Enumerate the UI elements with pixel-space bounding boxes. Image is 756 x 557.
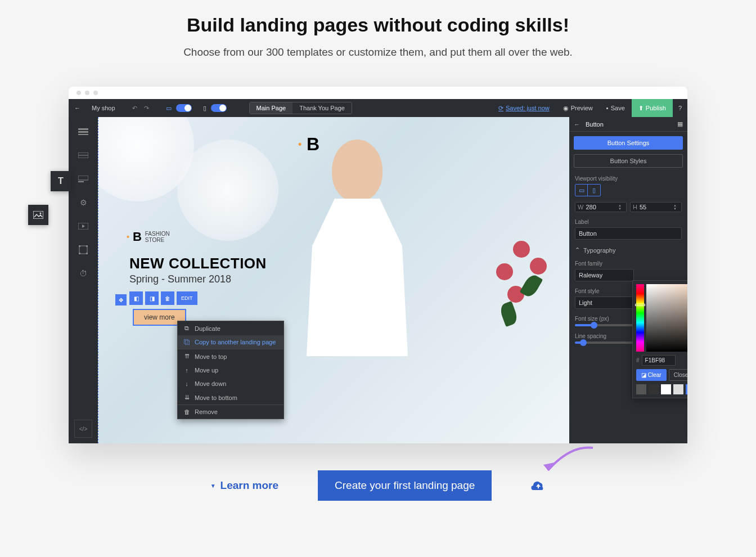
back-button[interactable]: ←: [69, 105, 86, 111]
svg-rect-3: [78, 131, 88, 133]
text-tool-icon[interactable]: T: [51, 171, 71, 191]
color-swatch[interactable]: [673, 384, 683, 394]
preview-button[interactable]: ◉ Preview: [556, 99, 600, 117]
saved-status[interactable]: ⟳ Saved: just now: [492, 105, 556, 112]
section-icon[interactable]: [74, 123, 92, 141]
saturation-area[interactable]: [646, 284, 687, 352]
hero-section: Build landing pages without coding skill…: [0, 0, 756, 70]
video-icon[interactable]: [74, 217, 92, 235]
tab-main-page[interactable]: Main Page: [250, 102, 293, 114]
editor-topbar: ← My shop ↶ ↷ ▭ ▯ Main Page Thank You Pa…: [69, 99, 687, 117]
clear-icon: ◪: [641, 372, 646, 378]
ctx-duplicate[interactable]: ⧉Duplicate: [178, 321, 284, 335]
svg-rect-0: [33, 211, 43, 219]
device-toggles: ▭ ▯: [166, 104, 227, 112]
width-field[interactable]: W ▲▼: [575, 202, 627, 212]
hero-subtitle: Choose from our 300 templates or customi…: [0, 46, 756, 59]
left-toolbar: ⚙ ⏱ </>: [69, 117, 98, 443]
ctx-move-bottom[interactable]: ⇊Move to bottom: [178, 390, 284, 405]
settings-icon[interactable]: ⚙: [74, 194, 92, 212]
move-handle-icon[interactable]: ✥: [115, 294, 127, 306]
redo-icon[interactable]: ↷: [144, 105, 149, 112]
svg-point-1: [40, 213, 42, 214]
properties-panel: ← Button ▦ Button Settings Button Styles…: [569, 117, 687, 443]
clear-color-button[interactable]: ◪ Clear: [636, 369, 667, 381]
close-color-button[interactable]: Close: [669, 369, 687, 381]
hex-input[interactable]: [642, 355, 676, 366]
panel-title: Button: [586, 121, 604, 128]
help-icon[interactable]: ?: [673, 105, 687, 111]
svg-rect-13: [86, 245, 88, 247]
edit-button[interactable]: EDIT: [177, 291, 197, 305]
typography-section[interactable]: ⌃ Typography: [569, 243, 687, 257]
font-style-input[interactable]: [575, 297, 634, 309]
height-field[interactable]: H ▲▼: [630, 202, 682, 212]
svg-rect-4: [78, 134, 88, 135]
store-logo: • B FASHIONSTORE: [127, 230, 170, 244]
viewport-mobile-icon[interactable]: ▯: [588, 185, 600, 196]
viewport-toggle: ▭ ▯: [575, 184, 601, 196]
cloud-upload-icon[interactable]: [531, 480, 546, 491]
box-icon[interactable]: [74, 241, 92, 259]
widget-settings-icon[interactable]: ◧: [129, 291, 143, 305]
button-settings-tab[interactable]: Button Settings: [574, 136, 683, 150]
logo-dot: •: [298, 138, 302, 150]
image-tool-icon[interactable]: [28, 205, 48, 225]
headline-text[interactable]: NEW COLLECTION: [129, 255, 267, 272]
desktop-icon[interactable]: ▭: [166, 105, 172, 112]
bottom-actions: ▼ Learn more Create your first landing p…: [0, 470, 756, 501]
hero-title: Build landing pages without coding skill…: [0, 14, 756, 36]
undo-icon[interactable]: ↶: [132, 105, 137, 112]
ctx-move-down[interactable]: ↓Move down: [178, 377, 284, 390]
ctx-copy-to-page[interactable]: ⿻Copy to another landing page: [178, 335, 284, 349]
height-stepper[interactable]: ▲▼: [673, 204, 679, 210]
create-landing-page-button[interactable]: Create your first landing page: [318, 470, 492, 501]
label-input[interactable]: [575, 227, 682, 240]
panel-back-icon[interactable]: ←: [574, 121, 580, 128]
color-swatches: [636, 384, 687, 394]
code-icon[interactable]: </>: [74, 420, 92, 438]
delete-icon[interactable]: 🗑: [161, 291, 174, 305]
svg-marker-10: [82, 224, 85, 228]
color-swatch[interactable]: [636, 384, 646, 394]
button-styles-tab[interactable]: Button Styles: [574, 154, 683, 168]
svg-rect-2: [78, 128, 88, 130]
learn-more-link[interactable]: ▼ Learn more: [210, 479, 278, 492]
svg-rect-7: [78, 176, 88, 180]
hue-slider[interactable]: [636, 284, 644, 352]
viewport-desktop-icon[interactable]: ▭: [575, 185, 588, 196]
save-button[interactable]: ▪ Save: [600, 99, 632, 117]
grid-icon[interactable]: ▦: [677, 120, 683, 128]
font-family-input[interactable]: [575, 269, 634, 281]
publish-button[interactable]: ⬆ Publish: [632, 99, 673, 117]
color-swatch[interactable]: [649, 384, 659, 394]
logo-b: B: [307, 134, 320, 155]
subhead-text[interactable]: Spring - Summer 2018: [129, 273, 267, 285]
color-swatch[interactable]: [661, 384, 671, 394]
shop-name[interactable]: My shop: [86, 105, 121, 111]
width-stepper[interactable]: ▲▼: [618, 204, 624, 210]
save-icon: ▪: [606, 105, 609, 111]
height-input[interactable]: [640, 204, 659, 210]
ctx-move-up[interactable]: ↑Move up: [178, 363, 284, 377]
model-image: [278, 140, 436, 432]
clock-icon: ⟳: [498, 105, 503, 112]
mobile-toggle[interactable]: [211, 104, 227, 112]
eye-icon: ◉: [563, 105, 569, 112]
mobile-icon[interactable]: ▯: [203, 105, 206, 112]
width-input[interactable]: [586, 204, 605, 210]
chevron-down-icon: ⌃: [575, 246, 580, 254]
widget-style-icon[interactable]: ◨: [145, 291, 159, 305]
ctx-move-top[interactable]: ⇈Move to top: [178, 349, 284, 363]
row-icon[interactable]: [74, 146, 92, 164]
canvas-area[interactable]: • B • B FASHIONSTORE NEW COLLECTION Spri…: [98, 117, 569, 443]
color-swatch[interactable]: [686, 384, 687, 394]
tab-thank-you[interactable]: Thank You Page: [292, 102, 352, 114]
font-family-label: Font family: [575, 260, 682, 267]
desktop-toggle[interactable]: [176, 104, 192, 112]
flowers-decoration: [490, 230, 558, 342]
timer-icon[interactable]: ⏱: [74, 264, 92, 282]
svg-marker-16: [543, 462, 555, 470]
ctx-remove[interactable]: 🗑Remove: [178, 405, 284, 419]
form-icon[interactable]: [74, 170, 92, 188]
